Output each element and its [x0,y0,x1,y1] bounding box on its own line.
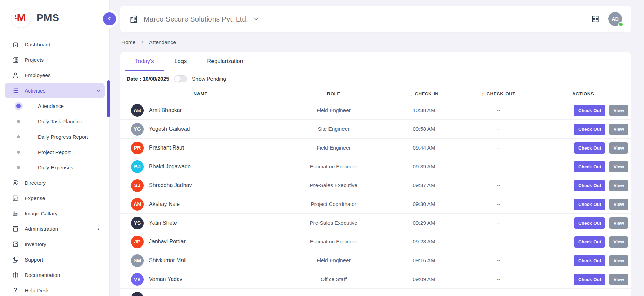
view-button[interactable]: View [609,180,628,191]
check-out-time: -- [462,126,535,132]
user-avatar[interactable]: AD [608,12,622,26]
sidebar-item-documentation[interactable]: Documentation [5,267,105,283]
row-actions: Check OutView [535,255,631,266]
view-button[interactable]: View [609,161,628,172]
column-header-check-in: ↓CHECK-IN [386,91,462,97]
sidebar-item-projects[interactable]: Projects [5,52,105,68]
sidebar-subitem-attendance[interactable]: Attendance [5,98,105,114]
apps-grid-icon[interactable] [591,15,599,23]
view-button[interactable]: View [609,142,628,154]
sort-asc-icon[interactable]: ↑ [481,91,484,97]
company-selector[interactable]: Marco Secure Solutions Pvt. Ltd. [129,15,259,24]
employee-name: Shraddha Jadhav [149,182,192,188]
person-icon [12,72,19,79]
employee-role: Field Engineer [281,145,386,151]
employee-name: Akshay Nale [149,201,180,207]
check-out-time: -- [462,276,535,282]
view-button[interactable]: View [609,255,628,266]
view-button[interactable]: View [609,274,628,285]
check-out-time: -- [462,164,535,170]
check-out-button[interactable]: Check Out [574,124,606,135]
check-out-time: -- [462,257,535,264]
sidebar-subitem-label: Daily Expenses [38,165,73,170]
employee-role: Office Staff [281,276,386,282]
sidebar-item-support[interactable]: Support [5,252,105,267]
check-out-time: -- [462,107,535,113]
table-row: JP Janhavi Potdar Estimation Engineer 09… [120,232,631,251]
sidebar-subitem-daily-progress-report[interactable]: Daily Progress Report [5,129,105,144]
employee-role: Estimation Engineer [281,164,386,170]
book-icon [12,271,19,279]
sidebar-subitem-daily-expenses[interactable]: Daily Expenses [5,160,105,175]
sidebar-subitem-project-report[interactable]: Project Report [5,144,105,160]
sidebar-item-dashboard[interactable]: Dashboard [5,37,105,52]
check-out-time: -- [462,239,535,245]
avatar: YG [131,123,144,136]
check-in-time: 09:44 AM [386,145,462,151]
sidebar-item-label: Directory [25,180,46,186]
tab-todays[interactable]: Today's [125,52,164,71]
column-header-actions: ACTIONS [535,91,631,96]
check-out-button[interactable]: Check Out [574,105,606,116]
sidebar-scrollbar-thumb[interactable] [107,80,110,117]
date-label: Date : 16/08/2025 [127,76,169,82]
sidebar-item-label: Projects [25,57,44,63]
check-out-button[interactable]: Check Out [574,180,606,191]
attendance-panel: Today's Logs Regularization Date : 16/08… [120,52,631,296]
chevron-down-icon [253,16,259,22]
check-out-time: -- [462,220,535,226]
view-button[interactable]: View [609,217,628,229]
check-out-button[interactable]: Check Out [574,142,606,154]
people-icon [12,179,19,187]
view-button[interactable]: View [609,236,628,248]
sidebar-item-directory[interactable]: Directory [5,175,105,191]
show-pending-toggle[interactable] [174,75,187,82]
home-icon [12,41,19,48]
sidebar-item-label: Employees [25,72,51,79]
sidebar-item-administration[interactable]: Administration [5,221,105,237]
view-button[interactable]: View [609,199,628,210]
employee-name: Shivkumar Mali [149,257,186,264]
check-out-button[interactable]: Check Out [574,217,606,229]
employee-name: Amit Bhapkar [149,107,182,113]
sidebar-item-expense[interactable]: Expense [5,191,105,206]
tab-regularization[interactable]: Regularization [197,52,253,71]
check-out-button[interactable]: Check Out [574,255,606,266]
employee-role: Field Engineer [281,107,386,113]
view-button[interactable]: View [609,124,628,135]
sidebar-item-help-desk[interactable]: ? Help Desk [5,283,105,296]
online-status-dot [618,22,623,27]
view-button[interactable]: View [609,105,628,116]
tab-logs[interactable]: Logs [164,52,197,71]
breadcrumb-home[interactable]: Home [121,39,135,45]
check-out-button[interactable]: Check Out [574,236,606,248]
row-actions: Check OutView [535,274,631,285]
check-in-time: 09:28 AM [386,239,462,245]
chevron-right-icon [140,40,144,44]
app-logo: M PMS [0,0,109,34]
dot-icon [17,166,20,169]
avatar: AN [131,198,144,211]
sidebar: M PMS Dashboard Projects Employees [0,0,110,296]
employee-role: Site Engineer [281,126,386,132]
check-out-time: -- [462,145,535,151]
sidebar-subitem-daily-task-planning[interactable]: Daily Task Planning [5,114,105,129]
sort-desc-icon[interactable]: ↓ [410,91,412,97]
employee-name: Janhavi Potdar [149,239,186,245]
table-row: SM Shivkumar Mali Field Engineer 09:16 A… [120,251,631,270]
check-out-button[interactable]: Check Out [574,274,606,285]
table-row: AB Amit Bhapkar Field Engineer 10:38 AM … [120,101,631,120]
building-icon [12,56,19,64]
user-initials: AD [612,16,619,22]
sidebar-item-inventory[interactable]: Inventory [5,237,105,252]
sidebar-item-employees[interactable]: Employees [5,68,105,83]
check-out-button[interactable]: Check Out [574,161,606,172]
table-header: NAME ROLE ↓CHECK-IN ↑CHECK-OUT ACTIONS [120,87,631,101]
employee-role: Project Coordinator [281,201,386,207]
sidebar-item-label: Expense [25,195,45,201]
sidebar-collapse-button[interactable] [103,12,116,25]
sidebar-item-image-gallary[interactable]: Image Gallary [5,206,105,221]
check-out-button[interactable]: Check Out [574,199,606,210]
sidebar-subitem-label: Daily Task Planning [38,118,83,124]
sidebar-item-activities[interactable]: Activities [5,83,105,98]
